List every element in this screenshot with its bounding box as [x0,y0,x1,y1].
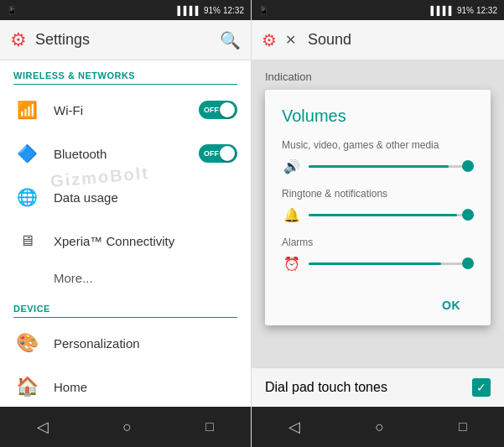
alarms-volume-control: ⏰ [282,253,474,273]
wifi-toggle-label: OFF [204,106,219,114]
ok-button[interactable]: OK [429,292,474,319]
volumes-title: Volumes [282,107,474,126]
top-bar-right: ⚙ ✕ Sound [252,20,504,60]
personalization-label: Personalization [54,336,237,351]
ringtone-volume-icon: 🔔 [282,205,302,225]
sidebar-item-more[interactable]: More... [0,262,251,294]
bluetooth-icon: 🔷 [13,140,40,167]
bottom-nav-left: ◁ ○ □ [0,407,251,447]
volume-row-alarms: Alarms ⏰ [282,236,474,273]
settings-list: WIRELESS & NETWORKS 📶 Wi-Fi OFF 🔷 Blueto… [0,60,251,407]
alarms-volume-icon: ⏰ [282,253,302,273]
right-notification-icon: 📱 [258,6,268,15]
sidebar-item-xperia[interactable]: 🖥 Xperia™ Connectivity [0,219,251,262]
section-wireless: WIRELESS & NETWORKS [0,60,251,84]
bluetooth-toggle-label: OFF [204,149,219,158]
wifi-toggle-knob [220,102,235,117]
wifi-toggle[interactable]: OFF [199,101,237,119]
music-slider-track[interactable] [309,165,474,168]
right-system-icons: ▌▌▌▌ 91% 12:32 [431,6,497,15]
volumes-dialog: Volumes Music, video, games & other medi… [265,90,491,325]
section-device: DEVICE [0,294,251,317]
notification-icon: 📱 [7,6,17,15]
right-content: Indication Volumes Music, video, games &… [252,60,504,367]
checkmark-icon: ✓ [476,381,486,394]
personalization-icon: 🎨 [13,330,40,356]
indication-label: Indication [265,70,491,83]
back-arrow-icon: ✕ [285,32,296,48]
status-bar-left: 📱 ▌▌▌▌ 91% 12:32 [0,0,251,20]
home-button-left[interactable]: ○ [122,418,132,436]
left-status-icons: 📱 [7,6,17,15]
settings-title: Settings [35,31,211,49]
ringtone-slider-track[interactable] [309,214,474,216]
time-left: 12:32 [223,6,244,15]
alarms-slider-track[interactable] [309,262,474,265]
dial-pad-row: Dial pad touch tones ✓ [252,367,504,407]
bluetooth-label: Bluetooth [54,147,185,161]
ringtone-slider-fill [309,214,457,216]
home-icon: 🏠 [13,373,40,400]
recents-button-right[interactable]: □ [459,419,467,434]
right-signal-icon: ▌▌▌▌ [431,6,455,15]
ringtone-slider-thumb [462,209,474,221]
alarms-slider-fill [309,262,441,265]
right-status-icons: 📱 [258,6,268,15]
sidebar-item-wifi[interactable]: 📶 Wi-Fi OFF [0,88,251,132]
top-bar-left: ⚙ Settings 🔍 [0,20,251,60]
data-usage-icon: 🌐 [13,184,40,211]
more-label: More... [54,271,93,285]
music-slider-fill [309,165,449,168]
sidebar-item-data-usage[interactable]: 🌐 Data usage [0,175,251,219]
music-volume-icon: 🔊 [282,156,302,176]
left-panel: 📱 ▌▌▌▌ 91% 12:32 ⚙ Settings 🔍 WIRELESS &… [0,0,252,447]
right-time: 12:32 [476,6,497,15]
left-system-icons: ▌▌▌▌ 91% 12:32 [178,6,244,15]
music-volume-control: 🔊 [282,156,474,176]
sidebar-item-bluetooth[interactable]: 🔷 Bluetooth OFF [0,132,251,175]
bluetooth-toggle-knob [220,146,235,161]
battery-text: 91% [204,6,221,15]
alarms-slider-thumb [462,257,474,269]
home-button-right[interactable]: ○ [375,418,384,436]
sidebar-item-personalization[interactable]: 🎨 Personalization [0,321,251,365]
signal-icon: ▌▌▌▌ [178,6,201,15]
ringtone-volume-control: 🔔 [282,205,474,225]
right-panel: 📱 ▌▌▌▌ 91% 12:32 ⚙ ✕ Sound Indication Vo… [252,0,504,447]
right-battery: 91% [457,6,474,15]
volume-row-music: Music, video, games & other media 🔊 [282,139,474,176]
back-button-left[interactable]: ◁ [37,418,49,436]
bottom-nav-right: ◁ ○ □ [252,407,504,447]
divider-device [13,317,237,318]
wifi-icon: 📶 [13,96,40,123]
xperia-label: Xperia™ Connectivity [54,234,237,248]
sidebar-item-home[interactable]: 🏠 Home [0,365,251,407]
sound-title: Sound [308,31,494,49]
volume-row-ringtone: Ringtone & notifications 🔔 [282,188,474,225]
alarms-volume-label: Alarms [282,236,474,248]
sound-screen-icon: ⚙ [262,30,277,50]
music-slider-thumb [462,160,474,172]
wifi-label: Wi-Fi [54,103,185,117]
dial-pad-text: Dial pad touch tones [265,380,387,395]
settings-gear-icon: ⚙ [10,29,27,51]
ringtone-volume-label: Ringtone & notifications [282,188,474,200]
data-usage-label: Data usage [54,190,237,205]
divider-wireless [13,84,237,85]
home-label: Home [54,380,237,394]
xperia-icon: 🖥 [13,227,40,254]
bluetooth-toggle[interactable]: OFF [199,144,237,163]
dial-pad-checkbox[interactable]: ✓ [472,378,491,397]
dialog-actions: OK [282,285,474,319]
search-icon[interactable]: 🔍 [220,30,241,50]
status-bar-right: 📱 ▌▌▌▌ 91% 12:32 [252,0,504,20]
recents-button-left[interactable]: □ [205,419,214,434]
back-button-right[interactable]: ◁ [288,418,300,436]
music-volume-label: Music, video, games & other media [282,139,474,151]
